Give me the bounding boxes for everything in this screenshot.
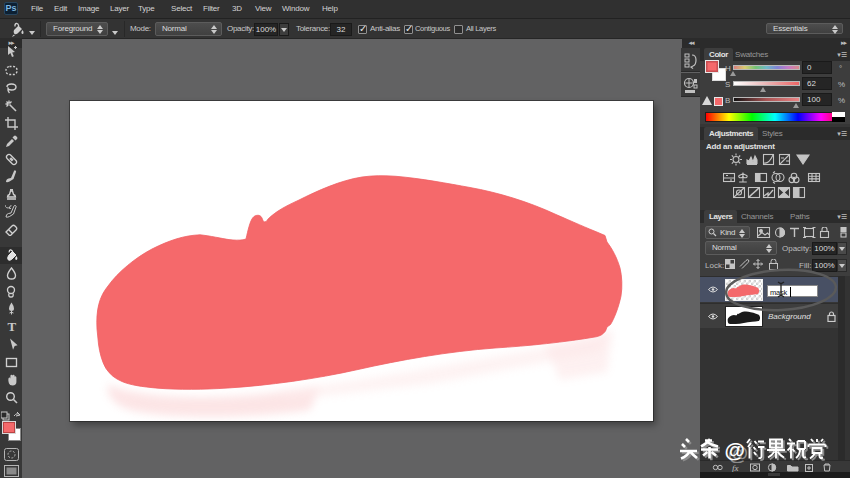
svg-text:@: @: [725, 438, 745, 461]
svg-text:T: T: [8, 320, 17, 333]
